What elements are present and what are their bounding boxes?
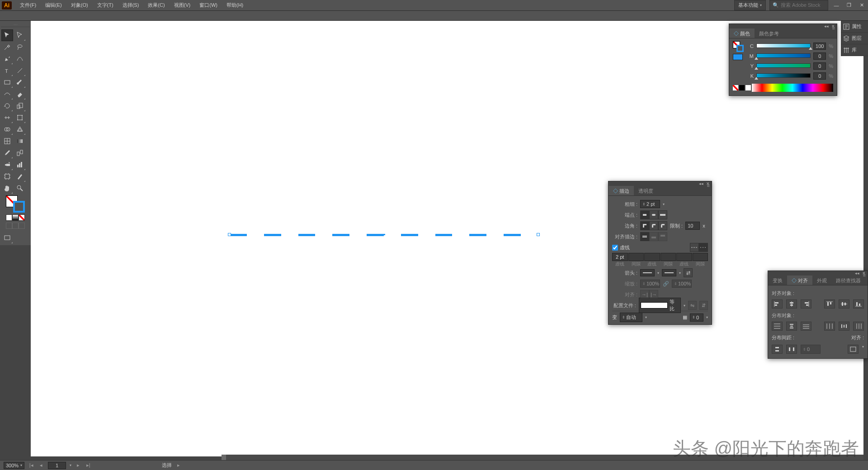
align-tab[interactable]: ◇ 对齐 [787,275,812,285]
black-value[interactable]: 0 [813,72,826,80]
dash-2-input[interactable] [644,253,660,261]
fill-stroke-swatches[interactable] [6,195,25,213]
cap-projecting-btn[interactable] [658,210,667,219]
cyan-value[interactable]: 100 [813,43,826,50]
maximize-button[interactable]: ❐ [844,2,854,9]
slice-tool[interactable] [14,171,26,182]
dash-1-input[interactable]: 2 pt [612,253,628,261]
panel-dragbar[interactable]: ◂◂✕ [729,24,837,28]
menu-view[interactable]: 视图(V) [170,2,195,9]
workspace-switcher[interactable]: 基本功能 ▾ [734,0,766,10]
fill-stroke-mini[interactable] [733,41,744,52]
color-tab[interactable]: ◇ 颜色 [729,28,755,38]
arrow-end-select[interactable] [662,269,676,276]
dock-layers[interactable]: 图层 [841,33,868,44]
dash-align-btn[interactable] [699,243,708,252]
transform-tab[interactable]: 变换 [768,275,787,285]
panel-menu-icon[interactable]: ≡ [832,25,835,31]
direct-selection-tool[interactable] [14,29,26,41]
yellow-slider[interactable] [756,63,811,69]
black-slider[interactable] [756,73,811,79]
toolbox-header[interactable]: ⋯ [1,23,30,27]
white-swatch[interactable] [745,85,751,90]
draw-inside-btn[interactable] [19,223,25,229]
dist-vcenter-btn[interactable] [786,322,797,331]
gradient-mode-btn[interactable] [12,214,19,221]
minimize-button[interactable]: — [832,2,841,9]
mesh-tool[interactable] [1,135,13,147]
line-segment-tool[interactable] [14,65,26,76]
dist-spacing-v-btn[interactable] [772,345,783,354]
var-value-input[interactable]: ⇕0 [690,313,703,322]
collapse-icon[interactable]: ◂◂ [855,271,859,275]
menu-help[interactable]: 帮助(H) [222,2,248,9]
cap-butt-btn[interactable] [640,210,649,219]
gap-2-input[interactable] [660,253,676,261]
none-color-icon[interactable] [733,85,738,90]
stroke-swatch[interactable] [13,201,25,213]
perspective-grid-tool[interactable] [14,123,26,135]
profile-select[interactable]: 等比 [639,298,681,313]
column-graph-tool[interactable] [14,159,26,171]
align-left-btn[interactable] [772,299,783,309]
first-artboard-btn[interactable]: |◂ [28,462,34,469]
selection-tool[interactable] [1,29,13,41]
panel-dragbar[interactable]: ◂◂✕ [609,181,712,186]
current-color-swatch[interactable] [733,54,743,60]
menu-select[interactable]: 选择(S) [118,2,144,9]
gradient-tool[interactable] [14,135,26,147]
dist-spacing-h-btn[interactable] [786,345,797,354]
selected-dashed-path[interactable] [230,233,538,236]
color-mode-btn[interactable] [6,214,12,221]
dist-bottom-btn[interactable] [801,322,811,331]
artboard-input[interactable]: 1 [48,462,66,469]
free-transform-tool[interactable] [14,112,26,123]
panel-dragbar[interactable]: ◂◂✕ [768,271,868,275]
status-menu-btn[interactable]: ▸ [175,462,182,469]
zoom-tool[interactable] [14,182,26,194]
dock-properties[interactable]: 属性 [841,21,868,33]
menu-window[interactable]: 窗口(W) [195,2,222,9]
menu-effect[interactable]: 效果(C) [143,2,169,9]
var-width-select[interactable]: ⇕自动 [620,313,642,322]
hand-tool[interactable] [1,182,13,194]
swap-arrows-btn[interactable]: ⇄ [684,268,693,277]
blend-tool[interactable] [14,147,26,159]
menu-type[interactable]: 文字(T) [93,2,118,9]
stroke-tab[interactable]: ◇ 描边 [609,186,634,195]
eraser-tool[interactable] [14,88,26,100]
lasso-tool[interactable] [14,41,26,53]
menu-file[interactable]: 文件(F) [15,2,41,9]
align-top-btn[interactable] [824,299,835,309]
corner-bevel-btn[interactable] [658,221,667,230]
shaper-tool[interactable] [1,88,13,100]
align-right-btn[interactable] [801,299,811,309]
yellow-value[interactable]: 0 [813,62,826,70]
menu-object[interactable]: 对象(O) [66,2,93,9]
pathfinder-tab[interactable]: 路径查找器 [831,275,865,285]
symbol-sprayer-tool[interactable] [1,159,13,171]
scrollbar-thumb[interactable] [222,455,226,460]
prev-artboard-btn[interactable]: ◂ [38,462,44,469]
align-vcenter-btn[interactable] [839,299,849,309]
paintbrush-tool[interactable] [14,76,26,88]
cyan-slider[interactable] [756,43,811,49]
gap-1-input[interactable] [628,253,644,261]
panel-menu-icon[interactable]: ≡ [707,183,710,188]
panel-menu-icon[interactable]: ≡ [863,272,866,278]
weight-dropdown[interactable]: ▾ [663,202,665,206]
magenta-slider[interactable] [756,53,811,59]
align-hcenter-btn[interactable] [786,299,797,309]
align-bottom-btn[interactable] [853,299,864,309]
artboard-tool[interactable] [1,171,13,182]
curvature-tool[interactable] [14,53,26,65]
type-tool[interactable]: T [1,65,13,76]
menu-edit[interactable]: 编辑(E) [41,2,66,9]
color-guide-tab[interactable]: 颜色参考 [755,28,783,38]
arrow-start-select[interactable] [640,269,655,276]
collapse-icon[interactable]: ◂◂ [824,24,829,28]
rotate-tool[interactable] [1,100,13,112]
transparency-tab[interactable]: 透明度 [634,186,658,195]
eyedropper-tool[interactable] [1,147,13,159]
search-input[interactable]: 🔍 搜索 Adobe Stock [769,0,828,10]
